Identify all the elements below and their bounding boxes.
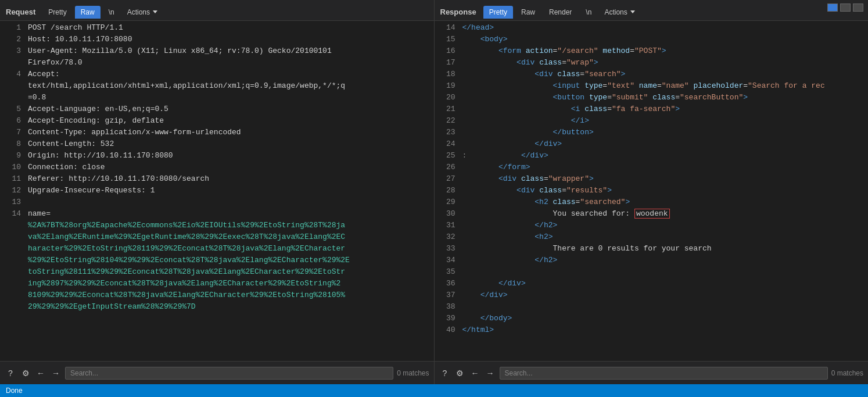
actions-chevron-response	[630, 10, 635, 13]
table-row: 4 Accept:	[0, 70, 434, 81]
table-row: 27 <div class="wrapper">	[435, 174, 869, 186]
table-row: 13	[0, 198, 434, 209]
match-count-request: 0 matches	[397, 369, 429, 377]
tab-raw-response[interactable]: Raw	[515, 6, 541, 19]
table-row: 11 Referer: http://10.10.11.170:8080/sea…	[0, 174, 434, 186]
prev-match-response[interactable]: ←	[469, 367, 481, 379]
help-icon-response[interactable]: ?	[439, 367, 451, 379]
table-row: ing%2897%29%29%2Econcat%28T%28java%2Elan…	[0, 279, 434, 291]
request-search-bar: ? ⚙ ← → 0 matches	[0, 361, 434, 384]
response-title: Response	[440, 8, 476, 16]
actions-button-request[interactable]: Actions	[123, 6, 162, 19]
single-view-btn[interactable]	[853, 3, 863, 12]
actions-button-response[interactable]: Actions	[600, 6, 639, 19]
next-match-response[interactable]: →	[485, 367, 496, 379]
table-row: %2A%7BT%28org%2Eapache%2Ecommons%2Eio%2E…	[0, 221, 434, 233]
table-row: 12 Upgrade-Insecure-Requests: 1	[0, 186, 434, 198]
table-row: 17 <div class="wrap">	[435, 58, 869, 70]
table-row: 16 <form action="/search" method="POST">	[435, 47, 869, 58]
table-row: 15 <body>	[435, 35, 869, 47]
table-row: 22 </i>	[435, 116, 869, 128]
table-row: 33 There are 0 results for your search	[435, 244, 869, 256]
response-panel-header: Response Pretty Raw Render \n Actions	[435, 0, 869, 21]
help-icon-request[interactable]: ?	[5, 367, 16, 379]
tab-pretty-request[interactable]: Pretty	[42, 6, 72, 19]
table-row: 8 Content-Length: 532	[0, 140, 434, 151]
table-row: 37 </div>	[435, 291, 869, 302]
table-row: 8109%29%29%2Econcat%28T%28java%2Elang%2E…	[0, 291, 434, 302]
table-row: 26 </form>	[435, 163, 869, 174]
table-row: 24 </div>	[435, 140, 869, 151]
table-row: 39 </body>	[435, 314, 869, 326]
request-title: Request	[6, 8, 35, 16]
table-row: 23 </button>	[435, 128, 869, 140]
status-text: Done	[6, 387, 23, 395]
table-row: text/html,application/xhtml+xml,applicat…	[0, 81, 434, 93]
table-row: 18 <div class="search">	[435, 70, 869, 81]
window-controls	[827, 3, 863, 12]
search-input-request[interactable]	[65, 367, 393, 380]
table-row: 29 <h2 class="searched">	[435, 198, 869, 209]
actions-chevron-request	[153, 10, 157, 13]
prev-match-request[interactable]: ←	[35, 367, 46, 379]
table-row: 32 <h2>	[435, 233, 869, 244]
table-row: 34 </h2>	[435, 256, 869, 267]
table-row: 7 Content-Type: application/x-www-form-u…	[0, 128, 434, 140]
table-row: 14 </head>	[435, 23, 869, 35]
table-row: 25 : </div>	[435, 151, 869, 163]
table-row: 9 Origin: http://10.10.11.170:8080	[0, 151, 434, 163]
table-row: 5 Accept-Language: en-US,en;q=0.5	[0, 105, 434, 116]
tab-pretty-response[interactable]: Pretty	[483, 6, 513, 19]
gear-icon-response[interactable]: ⚙	[454, 367, 466, 379]
table-row: 14 name=	[0, 209, 434, 221]
response-code-area[interactable]: 14 </head> 15 <body> 16 <form action="/s…	[435, 21, 869, 361]
tab-raw-request[interactable]: Raw	[75, 6, 101, 19]
request-code-area[interactable]: 1 POST /search HTTP/1.1 2 Host: 10.10.11…	[0, 21, 434, 361]
table-row: va%2Elang%2ERuntime%29%2EgetRuntime%28%2…	[0, 233, 434, 244]
search-input-response[interactable]	[500, 367, 828, 380]
table-row: 10 Connection: close	[0, 163, 434, 174]
response-search-bar: ? ⚙ ← → 0 matches	[435, 361, 869, 384]
table-row: 20 <button type="submit" class="searchBu…	[435, 93, 869, 105]
match-count-response: 0 matches	[831, 369, 863, 377]
table-row: 21 <i class="fa fa-search">	[435, 105, 869, 116]
grid-view-btn[interactable]	[827, 3, 838, 12]
request-panel-header: Request Pretty Raw \n Actions	[0, 0, 434, 21]
table-row: 3 User-Agent: Mozilla/5.0 (X11; Linux x8…	[0, 47, 434, 58]
response-panel: Response Pretty Raw Render \n Actions 14…	[435, 0, 869, 384]
table-row: 2 Host: 10.10.11.170:8080	[0, 35, 434, 47]
next-match-request[interactable]: →	[50, 367, 62, 379]
table-row: 29%29%29%2EgetInputStream%28%29%29%7D	[0, 302, 434, 314]
tab-newline-request[interactable]: \n	[103, 6, 120, 19]
table-row: Firefox/78.0	[0, 58, 434, 70]
table-row: 1 POST /search HTTP/1.1	[0, 23, 434, 35]
table-row: %29%2EtoString%28104%29%29%2Econcat%28T%…	[0, 256, 434, 267]
table-row: 31 </h2>	[435, 221, 869, 233]
table-row: =0.8	[0, 93, 434, 105]
tab-render-response[interactable]: Render	[543, 6, 578, 19]
table-row: 38	[435, 302, 869, 314]
table-row: 6 Accept-Encoding: gzip, deflate	[0, 116, 434, 128]
table-row: 36 </div>	[435, 279, 869, 291]
table-row: haracter%29%2EtoString%28119%29%2Econcat…	[0, 244, 434, 256]
table-row: 40 </html>	[435, 326, 869, 337]
table-row: 35	[435, 267, 869, 279]
status-bar: Done	[0, 384, 868, 397]
highlighted-value: woodenk	[634, 209, 670, 219]
split-view-btn[interactable]	[840, 3, 851, 12]
gear-icon-request[interactable]: ⚙	[20, 367, 31, 379]
table-row: 28 <div class="results">	[435, 186, 869, 198]
table-row: 19 <input type="text" name="name" placeh…	[435, 81, 869, 93]
table-row: toString%28111%29%29%2Econcat%28T%28java…	[0, 267, 434, 279]
tab-newline-response[interactable]: \n	[580, 6, 597, 19]
table-row: 30 You searched for: woodenk	[435, 209, 869, 221]
request-panel: Request Pretty Raw \n Actions 1 POST /se…	[0, 0, 435, 384]
